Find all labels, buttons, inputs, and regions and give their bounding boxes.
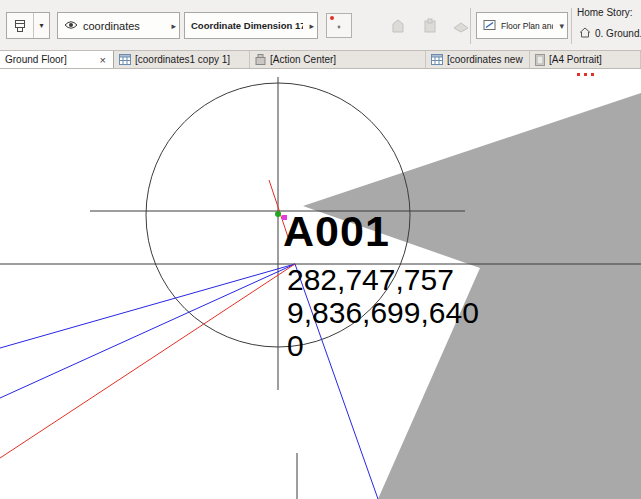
red-line-lower-left[interactable]: [0, 264, 295, 458]
blue-line-lower-left[interactable]: [0, 264, 295, 398]
tab-coordinates-new-scheme[interactable]: [coordinates new scheme]: [426, 51, 530, 68]
dimension-value-x: 282,747,757: [287, 263, 479, 296]
flyout-arrow-icon: ▸: [171, 21, 176, 31]
tab-label: [coordinates new scheme]: [447, 54, 524, 65]
layout-icon: [535, 54, 545, 66]
eye-icon: [64, 20, 78, 32]
tab-label: [coordinates1 copy 1]: [135, 54, 230, 65]
toolbar-separator: [470, 8, 471, 44]
object-tool-icon: [7, 18, 33, 34]
favorites-filter-value: coordinates: [83, 20, 140, 32]
toolbar-separator: [571, 8, 572, 44]
tab-label: [A4 Portrait]: [549, 54, 602, 65]
dropdown-arrow-icon[interactable]: ▾: [34, 21, 49, 30]
home-story-selector[interactable]: 0. Ground...: [579, 27, 641, 40]
worksheet-icon: [119, 54, 131, 65]
main-toolbar: ▾ coordinates ▸ Coordinate Dimension 17 …: [0, 0, 641, 51]
dimension-style-combo[interactable]: Coordinate Dimension 17 (1) ▸: [184, 12, 318, 39]
notification-dot: [330, 16, 334, 20]
drawing-canvas[interactable]: A001 282,747,757 9,836,699,640 0: [0, 69, 641, 499]
dimension-style-value: Coordinate Dimension 17 (1): [191, 20, 303, 31]
close-icon[interactable]: ×: [98, 54, 108, 66]
green-node[interactable]: [275, 211, 281, 217]
view-settings-combo[interactable]: Floor Plan and Section... ▾: [476, 12, 568, 39]
dimension-option-button[interactable]: [326, 13, 352, 38]
building-glyph-icon: [390, 18, 408, 34]
tab-action-center[interactable]: [Action Center]: [250, 51, 426, 68]
view-settings-value: Floor Plan and Section...: [501, 21, 553, 31]
house-icon: [579, 27, 591, 40]
tab-a4-portrait[interactable]: [A4 Portrait]: [530, 51, 641, 68]
selection-dots: [577, 73, 594, 76]
tab-coordinates1-copy[interactable]: [coordinates1 copy 1]: [114, 51, 250, 68]
favorites-split-button[interactable]: ▾: [6, 12, 50, 39]
tab-ground-floor[interactable]: Ground Floor] ×: [0, 51, 114, 68]
building-icon: [255, 54, 266, 65]
slab-glyph-icon: [452, 18, 470, 34]
worksheet-icon: [431, 54, 443, 65]
column-glyph-icon: [421, 18, 439, 34]
favorites-filter-combo[interactable]: coordinates ▸: [57, 12, 180, 39]
home-story-label: Home Story:: [577, 7, 633, 18]
dropdown-arrow-icon: ▾: [559, 21, 564, 31]
tab-label: Ground Floor]: [5, 54, 67, 65]
disabled-tool-button-2[interactable]: [417, 13, 443, 38]
tab-label: [Action Center]: [270, 54, 336, 65]
floor-plan-icon: [483, 19, 497, 33]
disabled-tool-button-1[interactable]: [386, 13, 412, 38]
dot-glyph-icon: [334, 21, 344, 31]
dimension-label-values[interactable]: 282,747,757 9,836,699,640 0: [287, 263, 479, 362]
dimension-label-title[interactable]: A001: [283, 210, 390, 253]
flyout-arrow-icon: ▸: [309, 21, 314, 31]
blue-line-upper-left[interactable]: [0, 264, 295, 348]
dimension-value-y: 9,836,699,640: [287, 296, 479, 329]
dimension-value-z: 0: [287, 329, 479, 362]
home-story-value: 0. Ground...: [595, 28, 641, 39]
tab-bar: Ground Floor] × [coordinates1 copy 1] [A…: [0, 51, 641, 69]
